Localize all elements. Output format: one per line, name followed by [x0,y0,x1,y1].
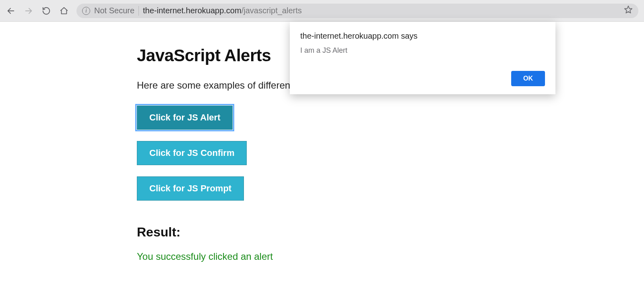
alert-origin-text: the-internet.herokuapp.com says [300,31,545,41]
svg-marker-2 [625,6,632,13]
alert-actions: OK [300,71,545,86]
not-secure-label: Not Secure [94,6,134,15]
js-prompt-button[interactable]: Click for JS Prompt [137,176,244,201]
url-host: the-internet.herokuapp.com [143,6,242,15]
bookmark-star-icon[interactable] [624,5,633,16]
reload-icon[interactable] [41,6,52,16]
result-heading: Result: [137,225,644,240]
alert-ok-button[interactable]: OK [511,71,545,86]
url-path: /javascript_alerts [242,6,302,15]
browser-toolbar: i Not Secure the-internet.herokuapp.com/… [0,0,644,22]
list-item: Click for JS Prompt [137,176,644,201]
list-item: Click for JS Confirm [137,141,644,165]
address-divider [138,6,139,16]
address-bar[interactable]: i Not Secure the-internet.herokuapp.com/… [76,4,638,18]
result-text: You successfuly clicked an alert [137,251,644,262]
alert-button-list: Click for JS Alert Click for JS Confirm … [137,106,644,201]
js-alert-dialog: the-internet.herokuapp.com says I am a J… [290,22,555,94]
alert-message-text: I am a JS Alert [300,46,545,55]
back-icon[interactable] [6,6,16,16]
list-item: Click for JS Alert [137,106,644,130]
js-alert-button[interactable]: Click for JS Alert [137,106,233,130]
js-confirm-button[interactable]: Click for JS Confirm [137,141,247,165]
home-icon[interactable] [59,6,69,16]
url-text: the-internet.herokuapp.com/javascript_al… [143,6,302,15]
forward-icon[interactable] [23,6,34,16]
site-info-icon[interactable]: i [82,7,90,15]
